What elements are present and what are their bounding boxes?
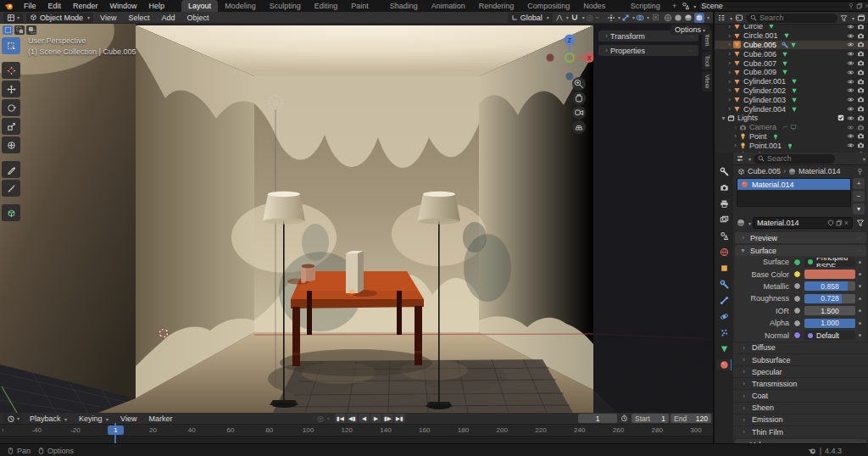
expand-arrow-icon[interactable]: › — [732, 132, 739, 140]
section-emission[interactable]: ›Emission — [733, 414, 868, 425]
fake-user-shield-icon[interactable] — [827, 220, 834, 226]
outliner-item-lights[interactable]: ▾Lights — [715, 114, 868, 123]
alpha-slider[interactable]: 1.000 — [804, 319, 855, 328]
gizmos-toggle-icon[interactable] — [621, 14, 630, 22]
select-set-icon[interactable] — [3, 25, 13, 35]
remove-slot-button[interactable]: − — [853, 191, 865, 202]
start-frame-field[interactable]: Start1 — [632, 414, 669, 423]
sidebar-tab-view[interactable]: View — [702, 71, 712, 92]
viewport-canvas[interactable]: Z X — [0, 24, 713, 413]
keying-dropdown[interactable]: ▾ — [327, 415, 330, 421]
section-thin-film[interactable]: ›Thin Film — [733, 425, 868, 437]
outliner-item-point.001[interactable]: ›Point.001 — [715, 141, 868, 150]
snap-dropdown[interactable]: ▾ — [582, 14, 585, 20]
material-slot-selected[interactable]: Material.014 — [737, 179, 850, 190]
menu-window[interactable]: Window — [105, 0, 142, 12]
properties-tab-output[interactable] — [716, 198, 732, 209]
properties-tab-particles[interactable] — [716, 327, 732, 338]
shading-material-icon[interactable] — [684, 14, 693, 22]
breadcrumb-material[interactable]: Material.014 — [798, 167, 841, 175]
workspace-tab-shading[interactable]: Shading — [383, 0, 425, 12]
pivot-point-icon[interactable] — [607, 14, 615, 22]
pin-icon[interactable] — [848, 3, 854, 9]
pin-icon[interactable] — [856, 168, 864, 175]
timeline-menu-view[interactable]: View — [115, 414, 142, 423]
copy-icon[interactable] — [836, 220, 843, 226]
timeline-editor-type-button[interactable]: ▾ — [3, 414, 23, 424]
properties-editor-icon[interactable] — [736, 154, 744, 163]
properties-tab-view-layer[interactable] — [716, 214, 732, 225]
play-reverse-button[interactable]: ◀ — [359, 414, 370, 423]
filter-icon[interactable] — [840, 14, 848, 22]
tool-cursor[interactable] — [2, 62, 20, 79]
viewport-menu-add[interactable]: Add — [156, 14, 180, 22]
animate-dot-icon[interactable] — [859, 322, 861, 325]
expand-arrow-icon[interactable]: ▾ — [720, 114, 727, 122]
section-sheen[interactable]: ›Sheen — [733, 402, 868, 414]
animate-dot-icon[interactable] — [859, 261, 861, 264]
outliner-item-cube.009[interactable]: ›Cube.009 — [715, 68, 868, 77]
tool-options-button[interactable]: Options ▾ — [670, 25, 709, 35]
menu-render[interactable]: Render — [68, 0, 103, 12]
animate-dot-icon[interactable] — [859, 334, 861, 336]
workspace-tab-scripting[interactable]: Scripting — [624, 0, 667, 12]
material-slot-list[interactable]: Material.014 — [737, 178, 851, 207]
workspace-tab-texture-paint[interactable]: Texture Paint — [344, 0, 383, 12]
expand-arrow-icon[interactable]: › — [726, 50, 733, 58]
expand-arrow-icon[interactable]: › — [726, 105, 733, 113]
copy-icon[interactable] — [856, 3, 863, 9]
select-extend-icon[interactable] — [14, 25, 25, 35]
menu-help[interactable]: Help — [144, 0, 170, 12]
metallic-slider[interactable]: 0.858 — [804, 281, 855, 291]
tool-rotate[interactable] — [2, 99, 20, 116]
properties-search-input[interactable]: Search — [754, 154, 835, 164]
properties-options-dropdown[interactable]: ▾ — [863, 156, 865, 162]
workspace-tab-animation[interactable]: Animation — [425, 0, 472, 12]
chevron-down-icon[interactable]: ▾ — [730, 15, 732, 21]
blender-logo-icon[interactable] — [4, 2, 14, 11]
expand-arrow-icon[interactable]: › — [726, 32, 733, 40]
expand-arrow-icon[interactable]: › — [726, 78, 733, 86]
section-subsurface[interactable]: ›Subsurface — [733, 353, 868, 365]
section-transmission[interactable]: ›Transmission — [733, 377, 868, 389]
properties-tab-constraints[interactable] — [716, 295, 732, 306]
chevron-down-icon[interactable]: ▾ — [748, 220, 751, 226]
timeline-menu-keying[interactable]: Keying ▾ — [74, 414, 114, 423]
animate-dot-icon[interactable] — [859, 298, 861, 300]
animate-dot-icon[interactable] — [859, 285, 861, 287]
tool-select-box[interactable] — [2, 37, 20, 54]
properties-tab-physics[interactable] — [716, 311, 732, 322]
close-icon[interactable]: × — [865, 2, 868, 10]
outliner-item-circle.001[interactable]: ›Circle.001 — [715, 31, 868, 41]
workspace-tab-layout[interactable]: Layout — [181, 0, 218, 12]
filter-dropdown[interactable]: ▾ — [852, 15, 854, 21]
material-name-field[interactable]: Material.014 × — [753, 217, 853, 229]
tool-transform[interactable] — [2, 136, 20, 153]
expand-arrow-icon[interactable]: › — [726, 96, 733, 103]
auto-keying-icon[interactable]: ◎ — [317, 414, 324, 423]
gizmos-dropdown[interactable]: ▾ — [632, 14, 635, 20]
animate-dot-icon[interactable] — [859, 273, 861, 275]
sidebar-panel-properties[interactable]: ›Properties⋯ — [598, 45, 698, 56]
section-coat[interactable]: ›Coat — [733, 389, 868, 401]
outliner-item-cylinder.003[interactable]: ›Cylinder.003 — [715, 95, 868, 104]
browse-material-icon[interactable] — [737, 219, 745, 227]
outliner-search-input[interactable]: Search — [746, 14, 837, 23]
falloff-dropdown[interactable]: ▾ — [566, 14, 569, 20]
viewport-menu-object[interactable]: Object — [181, 14, 214, 22]
shading-dropdown[interactable]: ▾ — [707, 14, 709, 20]
menu-file[interactable]: File — [19, 0, 42, 12]
slot-specials-button[interactable]: ▾ — [853, 203, 865, 214]
outliner-item-cube.005[interactable]: ›Cube.005 — [715, 41, 868, 50]
properties-tab-scene[interactable] — [716, 231, 732, 242]
shading-solid-icon[interactable] — [674, 14, 682, 22]
overlays-dropdown[interactable]: ▾ — [647, 14, 649, 20]
expand-arrow-icon[interactable]: › — [2, 426, 4, 434]
nodetree-icon[interactable] — [856, 219, 865, 227]
workspace-tab-uv-editing[interactable]: UV Editing — [308, 0, 345, 12]
mode-selector[interactable]: Object Mode ▾ — [26, 13, 93, 23]
play-button[interactable]: ▶ — [370, 414, 381, 423]
surface-selector[interactable]: Principled BSDF — [804, 258, 855, 267]
workspace-tab-geometry-nodes[interactable]: Geometry Nodes — [576, 0, 624, 12]
animate-dot-icon[interactable] — [859, 309, 861, 312]
